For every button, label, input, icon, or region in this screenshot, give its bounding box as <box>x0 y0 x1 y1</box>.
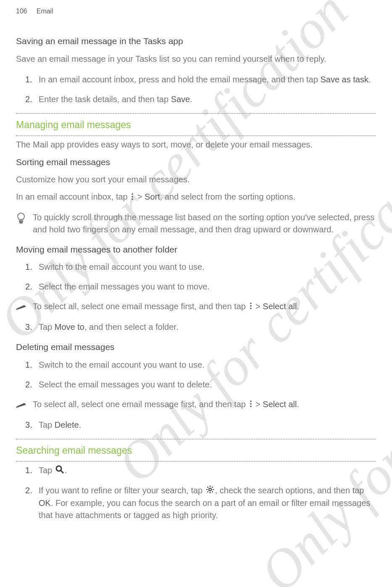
list-item: In an email account inbox, press and hol… <box>25 74 376 86</box>
page-header: 106 Email <box>16 6 376 16</box>
svg-point-5 <box>250 308 252 309</box>
list-item: Tap Delete. <box>25 419 376 431</box>
list-item: Enter the task details, and then tap Sav… <box>25 93 376 105</box>
text: Tap <box>39 322 55 332</box>
bold-text: OK <box>39 498 51 508</box>
bulb-icon <box>16 212 26 228</box>
text: , check the search options, and then tap <box>215 486 364 495</box>
divider <box>16 135 376 136</box>
list-item: Switch to the email account you want to … <box>25 359 376 371</box>
svg-point-8 <box>250 405 252 407</box>
text: , and then select a folder. <box>84 322 179 332</box>
list-moving-cont: Tap Move to, and then select a folder. <box>25 321 376 333</box>
bold-text: Save <box>171 95 190 104</box>
svg-point-3 <box>250 303 252 304</box>
bold-text: Sort <box>145 192 160 201</box>
svg-point-6 <box>250 400 252 402</box>
bold-text: Save as task <box>320 75 368 84</box>
tip-text: To select all, select one email message … <box>33 300 376 313</box>
svg-point-2 <box>132 198 133 200</box>
text: , and select from the sorting options. <box>160 192 295 201</box>
list-item: Tap . <box>25 464 376 477</box>
svg-point-7 <box>250 403 252 405</box>
bold-text: Delete <box>55 420 79 429</box>
text: In an email account inbox, tap <box>16 192 130 201</box>
heading-saving-task: Saving an email message in the Tasks app <box>16 35 376 47</box>
svg-point-11 <box>209 488 211 491</box>
text: > <box>253 400 263 409</box>
subheading-deleting: Deleting email messages <box>16 341 376 353</box>
svg-point-1 <box>132 196 133 197</box>
list-item: If you want to refine or filter your sea… <box>25 484 376 521</box>
svg-point-0 <box>132 193 133 195</box>
heading-searching: Searching email messages <box>16 444 376 458</box>
tip-select-all-2: To select all, select one email message … <box>16 398 376 411</box>
tip-scroll: To quickly scroll through the message li… <box>16 211 376 236</box>
subheading-moving: Moving email messages to another folder <box>16 243 376 256</box>
divider <box>16 439 376 440</box>
more-icon <box>249 301 253 313</box>
text-sorting-2: In an email account inbox, tap > Sort, a… <box>16 191 376 203</box>
text: . <box>368 75 371 84</box>
text: In an email account inbox, press and hol… <box>39 75 320 84</box>
text: . For example, you can focus the search … <box>39 498 370 520</box>
bold-text: Select all <box>263 302 297 311</box>
text: > <box>253 302 263 311</box>
text-sorting-1: Customize how you sort your email messag… <box>16 174 376 186</box>
text: . <box>65 466 67 475</box>
bold-text: Move to <box>55 322 84 332</box>
list-saving-task: In an email account inbox, press and hol… <box>25 74 376 105</box>
list-deleting-cont: Tap Delete. <box>25 419 376 431</box>
text: Enter the task details, and then tap <box>39 95 171 104</box>
page-content: 106 Email Saving an email message in the… <box>0 0 392 542</box>
svg-point-4 <box>250 305 252 307</box>
tip-select-all-1: To select all, select one email message … <box>16 300 376 313</box>
text: . <box>79 420 82 429</box>
bold-text: Select all <box>263 400 297 409</box>
text: Tap <box>39 420 55 429</box>
svg-line-10 <box>61 471 63 473</box>
text: To select all, select one email message … <box>33 302 248 311</box>
pencil-icon <box>16 399 26 411</box>
divider <box>16 461 376 462</box>
tip-text: To select all, select one email message … <box>33 398 376 411</box>
intro-managing: The Mail app provides easy ways to sort,… <box>16 139 376 151</box>
text: If you want to refine or filter your sea… <box>39 486 205 495</box>
more-icon <box>249 399 253 411</box>
text: To select all, select one email message … <box>33 400 248 409</box>
list-moving: Switch to the email account you want to … <box>25 261 376 293</box>
text: . <box>297 302 299 311</box>
svg-point-9 <box>56 466 61 471</box>
list-searching: Tap . If you want to refine or filter yo… <box>25 464 376 521</box>
divider <box>16 113 376 114</box>
text: Tap <box>39 466 55 475</box>
more-icon <box>131 192 134 204</box>
tip-text: To quickly scroll through the message li… <box>33 211 376 236</box>
heading-managing: Managing email messages <box>16 118 376 132</box>
page-number: 106 <box>16 6 27 16</box>
settings-icon <box>206 485 214 497</box>
search-icon <box>55 465 64 477</box>
list-item: Tap Move to, and then select a folder. <box>25 321 376 333</box>
intro-saving-task: Save an email message in your Tasks list… <box>16 53 376 65</box>
list-item: Switch to the email account you want to … <box>25 261 376 273</box>
section-name: Email <box>37 6 53 16</box>
list-item: Select the email messages you want to de… <box>25 379 376 391</box>
text: . <box>190 95 192 104</box>
text: . <box>297 400 299 409</box>
text: > <box>135 192 145 201</box>
list-deleting: Switch to the email account you want to … <box>25 359 376 391</box>
list-item: Select the email messages you want to mo… <box>25 281 376 293</box>
pencil-icon <box>16 301 26 313</box>
subheading-sorting: Sorting email messages <box>16 156 376 168</box>
